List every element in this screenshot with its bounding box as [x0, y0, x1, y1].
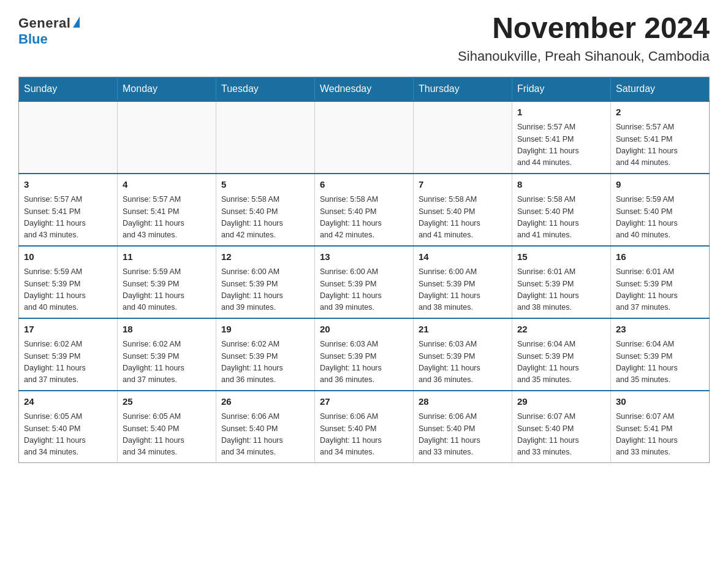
day-number: 25 [123, 395, 211, 409]
calendar-day-cell: 8Sunrise: 5:58 AMSunset: 5:40 PMDaylight… [512, 174, 611, 246]
day-number: 23 [616, 323, 704, 337]
day-number: 29 [517, 395, 605, 409]
calendar-day-cell [118, 101, 216, 174]
calendar-day-cell: 14Sunrise: 6:00 AMSunset: 5:39 PMDayligh… [414, 246, 512, 318]
day-number: 5 [221, 178, 309, 192]
calendar-day-cell: 30Sunrise: 6:07 AMSunset: 5:41 PMDayligh… [611, 391, 710, 463]
calendar-day-cell: 17Sunrise: 6:02 AMSunset: 5:39 PMDayligh… [19, 318, 118, 391]
day-info: Sunrise: 5:59 AMSunset: 5:40 PMDaylight:… [616, 194, 704, 242]
day-info: Sunrise: 5:57 AMSunset: 5:41 PMDaylight:… [123, 194, 211, 242]
day-info: Sunrise: 5:58 AMSunset: 5:40 PMDaylight:… [419, 194, 507, 242]
calendar-week-row: 24Sunrise: 6:05 AMSunset: 5:40 PMDayligh… [19, 391, 710, 463]
day-info: Sunrise: 6:06 AMSunset: 5:40 PMDaylight:… [419, 411, 507, 459]
day-of-week-header: Sunday [19, 77, 118, 101]
calendar-day-cell: 16Sunrise: 6:01 AMSunset: 5:39 PMDayligh… [611, 246, 710, 318]
calendar-day-cell: 27Sunrise: 6:06 AMSunset: 5:40 PMDayligh… [315, 391, 414, 463]
calendar-day-cell: 2Sunrise: 5:57 AMSunset: 5:41 PMDaylight… [611, 101, 710, 174]
day-of-week-header: Saturday [611, 77, 710, 101]
day-info: Sunrise: 5:58 AMSunset: 5:40 PMDaylight:… [221, 194, 309, 242]
day-info: Sunrise: 6:00 AMSunset: 5:39 PMDaylight:… [221, 266, 309, 314]
day-number: 8 [517, 178, 605, 192]
day-info: Sunrise: 6:06 AMSunset: 5:40 PMDaylight:… [320, 411, 408, 459]
calendar-day-cell [414, 101, 512, 174]
calendar-day-cell: 3Sunrise: 5:57 AMSunset: 5:41 PMDaylight… [19, 174, 118, 246]
day-info: Sunrise: 6:03 AMSunset: 5:39 PMDaylight:… [419, 339, 507, 386]
day-info: Sunrise: 6:04 AMSunset: 5:39 PMDaylight:… [517, 339, 605, 386]
day-number: 27 [320, 395, 408, 409]
day-number: 18 [123, 323, 211, 337]
day-number: 16 [616, 250, 704, 264]
day-info: Sunrise: 6:06 AMSunset: 5:40 PMDaylight:… [221, 411, 309, 459]
calendar-day-cell: 28Sunrise: 6:06 AMSunset: 5:40 PMDayligh… [414, 391, 512, 463]
calendar-day-cell [315, 101, 414, 174]
day-info: Sunrise: 6:05 AMSunset: 5:40 PMDaylight:… [123, 411, 211, 459]
day-number: 28 [419, 395, 507, 409]
day-number: 6 [320, 178, 408, 192]
logo-blue-text: Blue [18, 31, 48, 47]
day-number: 19 [221, 323, 309, 337]
day-info: Sunrise: 6:04 AMSunset: 5:39 PMDaylight:… [616, 339, 704, 386]
calendar-day-cell: 5Sunrise: 5:58 AMSunset: 5:40 PMDaylight… [216, 174, 315, 246]
calendar-day-cell: 21Sunrise: 6:03 AMSunset: 5:39 PMDayligh… [414, 318, 512, 391]
calendar-day-cell [216, 101, 315, 174]
day-number: 21 [419, 323, 507, 337]
calendar-day-cell: 11Sunrise: 5:59 AMSunset: 5:39 PMDayligh… [118, 246, 216, 318]
day-number: 12 [221, 250, 309, 264]
day-info: Sunrise: 6:01 AMSunset: 5:39 PMDaylight:… [517, 266, 605, 314]
day-number: 9 [616, 178, 704, 192]
day-info: Sunrise: 6:00 AMSunset: 5:39 PMDaylight:… [320, 266, 408, 314]
day-info: Sunrise: 6:01 AMSunset: 5:39 PMDaylight:… [616, 266, 704, 314]
calendar-day-cell: 6Sunrise: 5:58 AMSunset: 5:40 PMDaylight… [315, 174, 414, 246]
main-title: November 2024 [458, 12, 710, 45]
day-info: Sunrise: 6:03 AMSunset: 5:39 PMDaylight:… [320, 339, 408, 386]
day-of-week-header: Monday [118, 77, 216, 101]
calendar-day-cell: 19Sunrise: 6:02 AMSunset: 5:39 PMDayligh… [216, 318, 315, 391]
day-number: 22 [517, 323, 605, 337]
subtitle: Sihanoukville, Preah Sihanouk, Cambodia [458, 48, 710, 64]
calendar-day-cell: 10Sunrise: 5:59 AMSunset: 5:39 PMDayligh… [19, 246, 118, 318]
day-number: 2 [616, 105, 704, 120]
calendar-day-cell: 29Sunrise: 6:07 AMSunset: 5:40 PMDayligh… [512, 391, 611, 463]
calendar-week-row: 17Sunrise: 6:02 AMSunset: 5:39 PMDayligh… [19, 318, 710, 391]
day-of-week-header: Tuesday [216, 77, 315, 101]
calendar-day-cell: 13Sunrise: 6:00 AMSunset: 5:39 PMDayligh… [315, 246, 414, 318]
day-of-week-header: Thursday [414, 77, 512, 101]
day-info: Sunrise: 5:57 AMSunset: 5:41 PMDaylight:… [616, 121, 704, 169]
day-number: 30 [616, 395, 704, 409]
day-info: Sunrise: 6:07 AMSunset: 5:40 PMDaylight:… [517, 411, 605, 459]
calendar-day-cell: 12Sunrise: 6:00 AMSunset: 5:39 PMDayligh… [216, 246, 315, 318]
day-info: Sunrise: 6:00 AMSunset: 5:39 PMDaylight:… [419, 266, 507, 314]
day-info: Sunrise: 5:59 AMSunset: 5:39 PMDaylight:… [123, 266, 211, 314]
title-section: November 2024 Sihanoukville, Preah Sihan… [458, 12, 710, 64]
day-of-week-header: Friday [512, 77, 611, 101]
day-number: 1 [517, 105, 605, 120]
day-number: 10 [24, 250, 112, 264]
day-number: 17 [24, 323, 112, 337]
day-number: 14 [419, 250, 507, 264]
day-info: Sunrise: 5:59 AMSunset: 5:39 PMDaylight:… [24, 266, 112, 314]
calendar-day-cell: 1Sunrise: 5:57 AMSunset: 5:41 PMDaylight… [512, 101, 611, 174]
page-header: General Blue November 2024 Sihanoukville… [18, 12, 710, 64]
calendar-day-cell: 26Sunrise: 6:06 AMSunset: 5:40 PMDayligh… [216, 391, 315, 463]
calendar-week-row: 1Sunrise: 5:57 AMSunset: 5:41 PMDaylight… [19, 101, 710, 174]
calendar-day-cell: 4Sunrise: 5:57 AMSunset: 5:41 PMDaylight… [118, 174, 216, 246]
calendar-header-row: SundayMondayTuesdayWednesdayThursdayFrid… [19, 77, 710, 101]
day-info: Sunrise: 6:02 AMSunset: 5:39 PMDaylight:… [24, 339, 112, 386]
day-info: Sunrise: 5:58 AMSunset: 5:40 PMDaylight:… [320, 194, 408, 242]
day-number: 4 [123, 178, 211, 192]
day-info: Sunrise: 6:02 AMSunset: 5:39 PMDaylight:… [123, 339, 211, 386]
day-info: Sunrise: 6:07 AMSunset: 5:41 PMDaylight:… [616, 411, 704, 459]
day-number: 3 [24, 178, 112, 192]
calendar-week-row: 3Sunrise: 5:57 AMSunset: 5:41 PMDaylight… [19, 174, 710, 246]
day-info: Sunrise: 6:02 AMSunset: 5:39 PMDaylight:… [221, 339, 309, 386]
day-number: 13 [320, 250, 408, 264]
day-info: Sunrise: 5:58 AMSunset: 5:40 PMDaylight:… [517, 194, 605, 242]
day-number: 24 [24, 395, 112, 409]
day-number: 15 [517, 250, 605, 264]
logo: General Blue [18, 12, 80, 47]
calendar-day-cell: 24Sunrise: 6:05 AMSunset: 5:40 PMDayligh… [19, 391, 118, 463]
day-number: 11 [123, 250, 211, 264]
calendar-day-cell [19, 101, 118, 174]
day-number: 20 [320, 323, 408, 337]
calendar-table: SundayMondayTuesdayWednesdayThursdayFrid… [18, 77, 710, 463]
